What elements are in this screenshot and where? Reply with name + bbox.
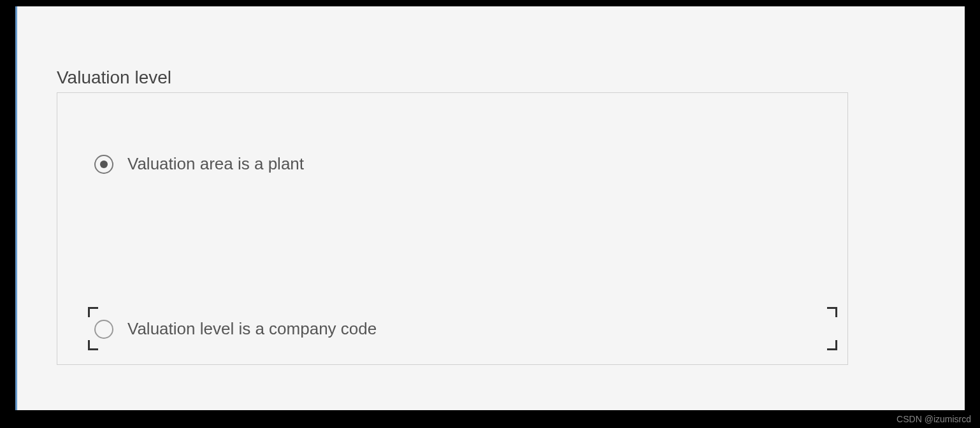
focus-corner-icon	[88, 340, 98, 350]
focus-corner-icon	[88, 307, 98, 317]
group-title: Valuation level	[57, 68, 171, 88]
radio-selected-icon	[94, 155, 113, 174]
radio-option-company-code[interactable]: Valuation level is a company code	[94, 319, 377, 339]
panel-frame: Valuation level Valuation area is a plan…	[15, 6, 965, 410]
radio-label-company-code: Valuation level is a company code	[127, 319, 377, 339]
watermark-text: CSDN @izumisrcd	[897, 414, 971, 424]
radio-label-plant: Valuation area is a plant	[127, 154, 304, 174]
focus-corner-icon	[827, 340, 837, 350]
radio-option-plant[interactable]: Valuation area is a plant	[94, 154, 304, 174]
valuation-level-group: Valuation area is a plant Valuation leve…	[57, 92, 848, 365]
radio-unselected-icon	[94, 320, 113, 339]
focus-corner-icon	[827, 307, 837, 317]
